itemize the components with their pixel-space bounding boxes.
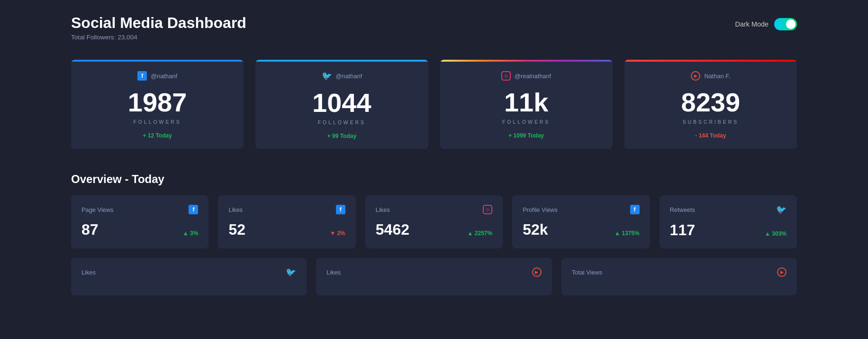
overview-ig-likes-body: 5462 ▲ 2257%: [376, 221, 492, 238]
twitter-count: 1044: [269, 90, 415, 116]
overview-yt-likes-body: [326, 284, 541, 285]
overview-profile-views-icon: f: [630, 205, 640, 214]
overview-retweets-title: Retweets: [670, 206, 695, 213]
overview-ig-likes-trend: ▲ 2257%: [468, 230, 493, 238]
overview-page-views-trend: ▲ 3%: [183, 230, 199, 238]
overview-ig-likes-title: Likes: [376, 206, 390, 213]
dashboard-title: Social Media Dashboard: [71, 14, 246, 32]
instagram-trend: + 1099 Today: [453, 132, 599, 139]
overview-fb-likes-value: 52: [228, 221, 245, 238]
overview-retweets-body: 117 ▲ 303%: [670, 221, 787, 239]
overview-total-views: Total Views ▶: [561, 258, 797, 295]
header-left: Social Media Dashboard Total Followers: …: [71, 14, 246, 41]
overview-profile-views-title: Profile Views: [523, 206, 558, 213]
instagram-count: 11k: [453, 89, 599, 116]
overview-fb-likes-trend: ▼ 2%: [330, 230, 345, 238]
overview-fb-likes-body: 52 ▼ 2%: [228, 221, 345, 238]
youtube-trend: - 144 Today: [638, 132, 784, 139]
youtube-card: ▶ Nathan F. 8239 SUBSCRIBERS - 144 Today: [624, 60, 797, 149]
overview-total-views-icon: ▶: [777, 267, 787, 277]
facebook-trend: + 12 Today: [84, 132, 230, 139]
overview-yt-likes-icon: ▶: [532, 267, 542, 277]
dashboard-container: Social Media Dashboard Total Followers: …: [0, 0, 868, 310]
header: Social Media Dashboard Total Followers: …: [71, 14, 797, 41]
facebook-label: FOLLOWERS: [84, 119, 230, 125]
overview-yt-likes-header: Likes ▶: [326, 267, 541, 277]
overview-profile-views-body: 52k ▲ 1375%: [523, 221, 639, 238]
dark-mode-label: Dark Mode: [735, 20, 769, 28]
overview-ig-likes-header: Likes ◎: [376, 205, 492, 214]
instagram-card: ◎ @realnathanf 11k FOLLOWERS + 1099 Toda…: [440, 60, 613, 149]
overview-tw-likes-title: Likes: [81, 269, 96, 276]
twitter-trend: + 99 Today: [269, 133, 415, 139]
overview-total-views-title: Total Views: [572, 269, 603, 276]
overview-tw-likes: Likes 🐦: [71, 258, 307, 295]
overview-fb-likes-icon: f: [336, 205, 345, 214]
facebook-card: f @nathanf 1987 FOLLOWERS + 12 Today: [71, 60, 244, 149]
twitter-card-header: 🐦 @nathanf: [269, 71, 415, 81]
overview-yt-likes: Likes ▶: [316, 258, 552, 295]
overview-profile-views-header: Profile Views f: [523, 205, 639, 214]
instagram-card-header: ◎ @realnathanf: [453, 71, 599, 81]
twitter-icon: 🐦: [322, 71, 332, 81]
overview-retweets-header: Retweets 🐦: [670, 205, 787, 215]
dark-mode-toggle[interactable]: [774, 18, 797, 30]
header-right: Dark Mode: [735, 18, 797, 30]
overview-row1: Page Views f 87 ▲ 3% Likes f 52 ▼ 2% Lik…: [71, 195, 797, 248]
instagram-handle: @realnathanf: [515, 73, 551, 80]
overview-profile-views-trend: ▲ 1375%: [615, 230, 640, 238]
overview-page-views-icon: f: [189, 205, 198, 214]
youtube-count: 8239: [638, 89, 784, 116]
overview-fb-likes-header: Likes f: [228, 205, 345, 214]
overview-page-views-title: Page Views: [81, 206, 113, 213]
instagram-icon: ◎: [501, 71, 511, 81]
overview-title: Overview - Today: [71, 173, 797, 186]
overview-tw-likes-icon: 🐦: [286, 267, 296, 277]
facebook-handle: @nathanf: [151, 73, 177, 80]
overview-ig-likes-value: 5462: [376, 221, 409, 238]
overview-tw-likes-body: [81, 284, 296, 286]
overview-retweets-icon: 🐦: [776, 205, 787, 215]
overview-total-views-body: [572, 284, 787, 285]
overview-ig-likes-icon: ◎: [483, 205, 492, 214]
facebook-count: 1987: [84, 89, 230, 116]
overview-total-views-header: Total Views ▶: [572, 267, 787, 277]
overview-tw-likes-header: Likes 🐦: [81, 267, 296, 277]
facebook-icon: f: [137, 71, 147, 81]
overview-row2: Likes 🐦 Likes ▶ Total Views ▶: [71, 258, 797, 295]
youtube-card-header: ▶ Nathan F.: [638, 71, 784, 81]
youtube-icon: ▶: [691, 71, 700, 81]
twitter-label: FOLLOWERS: [269, 120, 415, 125]
overview-profile-views: Profile Views f 52k ▲ 1375%: [512, 195, 650, 248]
overview-retweets-trend: ▲ 303%: [765, 230, 787, 239]
platform-cards-grid: f @nathanf 1987 FOLLOWERS + 12 Today 🐦 @…: [71, 60, 797, 149]
overview-page-views-value: 87: [81, 221, 99, 238]
overview-fb-likes-title: Likes: [228, 206, 243, 213]
total-followers-subtitle: Total Followers: 23,004: [71, 34, 246, 41]
twitter-handle: @nathanf: [336, 73, 362, 80]
twitter-card: 🐦 @nathanf 1044 FOLLOWERS + 99 Today: [255, 60, 428, 149]
instagram-label: FOLLOWERS: [453, 119, 599, 125]
overview-yt-likes-title: Likes: [326, 269, 341, 276]
overview-retweets-value: 117: [670, 221, 695, 239]
youtube-handle: Nathan F.: [704, 73, 730, 80]
overview-retweets: Retweets 🐦 117 ▲ 303%: [660, 195, 797, 248]
youtube-label: SUBSCRIBERS: [638, 119, 784, 125]
overview-page-views-header: Page Views f: [81, 205, 198, 214]
overview-ig-likes: Likes ◎ 5462 ▲ 2257%: [365, 195, 503, 248]
overview-page-views: Page Views f 87 ▲ 3%: [71, 195, 208, 248]
overview-page-views-body: 87 ▲ 3%: [81, 221, 198, 238]
overview-fb-likes: Likes f 52 ▼ 2%: [218, 195, 355, 248]
facebook-card-header: f @nathanf: [84, 71, 230, 81]
overview-profile-views-value: 52k: [523, 221, 548, 238]
